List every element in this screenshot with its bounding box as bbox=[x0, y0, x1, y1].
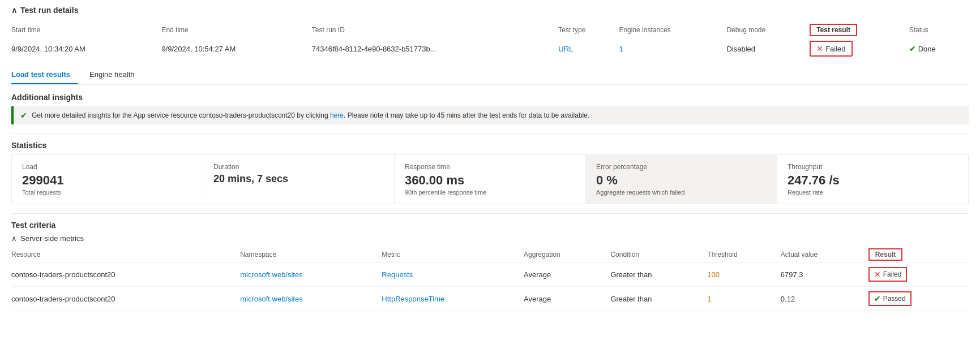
row-result: ✕Failed bbox=[868, 262, 969, 287]
row-result: ✔Passed bbox=[868, 287, 969, 311]
summary-table: Start time End time Test run ID Test typ… bbox=[11, 21, 969, 59]
stat-card-throughput: Throughput 247.76 /s Request rate bbox=[777, 155, 968, 204]
stat-throughput-sub: Request rate bbox=[788, 189, 958, 196]
row-threshold: 100 bbox=[707, 262, 781, 287]
row-condition: Greater than bbox=[610, 262, 707, 287]
row-condition: Greater than bbox=[610, 287, 707, 311]
stat-card-response-time: Response time 360.00 ms 90th percentile … bbox=[395, 155, 586, 204]
page-title: ∧ Test run details bbox=[11, 6, 969, 15]
collapse-icon[interactable]: ∧ bbox=[11, 234, 17, 243]
row-actual-value: 6797.3 bbox=[781, 262, 868, 287]
stat-response-sub: 90th percentile response time bbox=[405, 189, 575, 196]
test-result-badge: ✕ Failed bbox=[810, 41, 852, 57]
row-resource: contoso-traders-productscont20 bbox=[11, 262, 240, 287]
col-test-result: Test result bbox=[810, 21, 909, 38]
namespace-link[interactable]: microsoft.web/sites bbox=[240, 270, 303, 279]
col-debug-mode: Debug mode bbox=[726, 21, 810, 38]
tab-load-test-results[interactable]: Load test results bbox=[11, 66, 78, 84]
cell-status: ✔ Done bbox=[909, 38, 969, 59]
status-badge: ✔ Done bbox=[909, 44, 936, 53]
criteria-row: contoso-traders-productscont20 microsoft… bbox=[11, 287, 969, 311]
criteria-row: contoso-traders-productscont20 microsoft… bbox=[11, 262, 969, 287]
col-condition: Condition bbox=[610, 247, 707, 262]
cell-end-time: 9/9/2024, 10:54:27 AM bbox=[161, 38, 311, 59]
stat-error-sub: Aggregate requests which failed bbox=[596, 189, 767, 196]
divider-2 bbox=[11, 213, 969, 214]
row-aggregation: Average bbox=[524, 262, 610, 287]
row-namespace: microsoft.web/sites bbox=[240, 287, 382, 311]
statistics-grid: Load 299041 Total requests Duration 20 m… bbox=[11, 154, 969, 204]
insight-link[interactable]: here bbox=[330, 111, 344, 119]
stat-duration-value: 20 mins, 7 secs bbox=[213, 173, 384, 185]
metric-link[interactable]: HttpResponseTime bbox=[382, 295, 444, 303]
col-engine-instances: Engine instances bbox=[619, 21, 726, 38]
row-resource: contoso-traders-productscont20 bbox=[11, 287, 240, 311]
done-icon: ✔ bbox=[909, 44, 916, 53]
col-metric: Metric bbox=[382, 247, 524, 262]
criteria-table: Resource Namespace Metric Aggregation Co… bbox=[11, 247, 969, 311]
chevron-icon: ∧ bbox=[11, 6, 17, 15]
col-actual-value: Actual value bbox=[781, 247, 868, 262]
col-end-time: End time bbox=[161, 21, 311, 38]
result-failed-badge: ✕Failed bbox=[868, 267, 908, 282]
col-namespace: Namespace bbox=[240, 247, 382, 262]
stat-throughput-value: 247.76 /s bbox=[788, 173, 958, 188]
tabs-container: Load test results Engine health bbox=[11, 66, 969, 85]
col-test-type: Test type bbox=[558, 21, 619, 38]
cell-start-time: 9/9/2024, 10:34:20 AM bbox=[11, 38, 161, 59]
col-threshold: Threshold bbox=[707, 247, 781, 262]
insight-message: Get more detailed insights for the App s… bbox=[32, 111, 589, 119]
namespace-link[interactable]: microsoft.web/sites bbox=[240, 295, 303, 303]
col-result: Result bbox=[868, 247, 969, 262]
test-criteria-section: Test criteria ∧ Server-side metrics Reso… bbox=[11, 221, 969, 311]
stat-load-sub: Total requests bbox=[22, 189, 192, 196]
stat-load-label: Load bbox=[22, 163, 192, 171]
test-criteria-title: Test criteria bbox=[11, 221, 969, 230]
check-icon: ✔ bbox=[20, 111, 27, 120]
failed-icon: ✕ bbox=[816, 44, 823, 53]
additional-insights-title: Additional insights bbox=[11, 93, 969, 102]
criteria-group-title: ∧ Server-side metrics bbox=[11, 234, 969, 243]
col-resource: Resource bbox=[11, 247, 240, 262]
row-aggregation: Average bbox=[524, 287, 610, 311]
col-status: Status bbox=[909, 21, 969, 38]
statistics-title: Statistics bbox=[11, 141, 969, 150]
stat-response-label: Response time bbox=[405, 163, 575, 171]
tab-engine-health[interactable]: Engine health bbox=[89, 66, 143, 84]
stat-card-error-pct: Error percentage 0 % Aggregate requests … bbox=[586, 155, 777, 204]
stat-error-value: 0 % bbox=[596, 173, 767, 188]
insight-bar: ✔ Get more detailed insights for the App… bbox=[11, 106, 969, 124]
stat-response-value: 360.00 ms bbox=[405, 173, 575, 188]
result-passed-badge: ✔Passed bbox=[868, 291, 911, 306]
cell-debug-mode: Disabled bbox=[726, 38, 810, 59]
row-namespace: microsoft.web/sites bbox=[240, 262, 382, 287]
stat-duration-label: Duration bbox=[213, 163, 384, 171]
divider-1 bbox=[11, 133, 969, 134]
stat-load-value: 299041 bbox=[22, 173, 192, 188]
test-type-link[interactable]: URL bbox=[558, 45, 573, 53]
cell-test-result: ✕ Failed bbox=[810, 38, 909, 59]
stat-error-label: Error percentage bbox=[596, 163, 767, 171]
cell-engine-instances: 1 bbox=[619, 38, 726, 59]
stat-card-load: Load 299041 Total requests bbox=[12, 155, 203, 204]
row-actual-value: 0.12 bbox=[781, 287, 868, 311]
stat-card-duration: Duration 20 mins, 7 secs bbox=[203, 155, 395, 204]
col-test-run-id: Test run ID bbox=[312, 21, 558, 38]
cell-test-type: URL bbox=[558, 38, 619, 59]
row-failed-icon: ✕ bbox=[874, 270, 881, 279]
row-metric: Requests bbox=[382, 262, 524, 287]
row-passed-icon: ✔ bbox=[874, 294, 881, 303]
col-aggregation: Aggregation bbox=[524, 247, 610, 262]
col-start-time: Start time bbox=[11, 21, 161, 38]
cell-test-run-id: 74346f84-8112-4e90-8632-b51773b... bbox=[312, 38, 558, 59]
row-metric: HttpResponseTime bbox=[382, 287, 524, 311]
stat-throughput-label: Throughput bbox=[788, 163, 958, 171]
engine-instances-link[interactable]: 1 bbox=[619, 45, 623, 53]
metric-link[interactable]: Requests bbox=[382, 270, 413, 279]
row-threshold: 1 bbox=[707, 287, 781, 311]
